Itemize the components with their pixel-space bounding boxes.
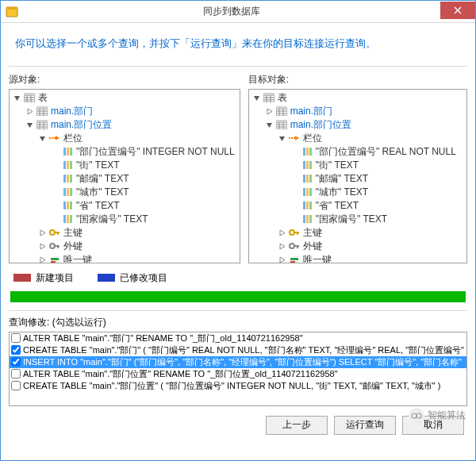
query-checkbox[interactable]: [11, 381, 21, 390]
svg-rect-80: [309, 175, 312, 182]
expander-icon[interactable]: [38, 134, 47, 143]
tree-node-label: 外键: [63, 240, 83, 253]
svg-rect-74: [309, 148, 312, 156]
tree-root-tables[interactable]: 表: [249, 91, 466, 105]
tree-node-label: main.部门位置: [51, 118, 112, 132]
legend-modified: 已修改项目: [98, 271, 167, 285]
spacer: [51, 202, 60, 210]
compare-panels: 源对象: 表main.部门main.部门位置栏位"部门位置编号" INTEGER…: [1, 67, 475, 268]
expander-icon[interactable]: [278, 134, 286, 143]
tree-node-label: "街" TEXT: [76, 159, 120, 172]
query-list[interactable]: ALTER TABLE "main"."部门" RENAME TO "_部门_o…: [9, 332, 467, 406]
expander-icon[interactable]: [38, 255, 47, 263]
tree-node-label: 主键: [63, 226, 83, 240]
tree-node-label: 主键: [303, 226, 322, 240]
query-checkbox[interactable]: [11, 369, 21, 378]
tree-column[interactable]: "省" TEXT: [249, 199, 466, 213]
tree-primary-key[interactable]: 主键: [249, 226, 466, 240]
svg-rect-39: [63, 215, 66, 223]
cancel-button[interactable]: 取消: [402, 416, 464, 435]
footer: 上一步 运行查询 取消 智能算法: [1, 408, 475, 438]
expander-icon[interactable]: [265, 121, 274, 129]
tree-column[interactable]: "省" TEXT: [10, 199, 240, 213]
svg-rect-73: [306, 148, 309, 156]
target-tree[interactable]: 表main.部门main.部门位置栏位"部门位置编号" REAL NOT NUL…: [248, 89, 467, 263]
tree-column-icon: [301, 173, 313, 184]
tree-column[interactable]: "城市" TEXT: [10, 186, 240, 199]
tree-table[interactable]: main.部门位置: [10, 118, 240, 132]
query-text: CREATE TABLE "main"."部门" ( "部门编号" REAL N…: [23, 344, 467, 356]
tree-column[interactable]: "国家编号" TEXT: [249, 213, 466, 226]
tree-unique-key[interactable]: 唯一键: [10, 253, 240, 263]
tree-table-icon: [36, 119, 48, 130]
svg-rect-70: [276, 120, 287, 122]
tree-columns-header[interactable]: 栏位: [249, 132, 466, 145]
tree-column-icon: [301, 186, 313, 198]
spacer: [51, 215, 60, 224]
svg-rect-81: [303, 188, 305, 196]
prev-button[interactable]: 上一步: [266, 416, 328, 435]
query-row[interactable]: ALTER TABLE "main"."部门位置" RENAME TO "_部门…: [10, 368, 466, 380]
expander-icon[interactable]: [278, 242, 286, 251]
tree-column[interactable]: "城市" TEXT: [249, 186, 466, 199]
query-row[interactable]: CREATE TABLE "main"."部门位置" ( "部门位置编号" IN…: [10, 380, 466, 392]
query-checkbox[interactable]: [11, 333, 21, 343]
tree-node-label: "省" TEXT: [76, 199, 120, 213]
target-label: 目标对象:: [248, 73, 467, 86]
expander-icon[interactable]: [25, 121, 34, 129]
svg-rect-83: [309, 188, 312, 196]
query-checkbox[interactable]: [11, 357, 21, 367]
expander-icon[interactable]: [278, 229, 286, 237]
expander-icon[interactable]: [278, 255, 286, 263]
tree-primary-key-icon: [288, 227, 301, 238]
tree-foreign-key[interactable]: 外键: [249, 240, 466, 253]
query-label: 查询修改: (勾选以运行): [9, 316, 467, 329]
svg-rect-37: [67, 202, 69, 209]
tree-unique-key[interactable]: 唯一键: [249, 253, 466, 263]
svg-rect-86: [309, 202, 312, 209]
tree-column[interactable]: "国家编号" TEXT: [10, 213, 240, 226]
svg-rect-78: [303, 175, 305, 182]
svg-rect-32: [70, 175, 72, 182]
tree-table[interactable]: main.部门: [249, 105, 466, 118]
close-button[interactable]: [440, 2, 475, 19]
tree-column[interactable]: "街" TEXT: [10, 159, 240, 172]
query-row[interactable]: ALTER TABLE "main"."部门" RENAME TO "_部门_o…: [10, 332, 466, 344]
query-row[interactable]: CREATE TABLE "main"."部门" ( "部门编号" REAL N…: [10, 344, 466, 356]
query-section: 查询修改: (勾选以运行) ALTER TABLE "main"."部门" RE…: [1, 311, 475, 408]
tree-columns-header-icon: [288, 133, 301, 144]
svg-rect-35: [70, 188, 72, 196]
tree-unique-key-icon: [288, 254, 301, 263]
source-tree[interactable]: 表main.部门main.部门位置栏位"部门位置编号" INTEGER NOT …: [9, 89, 240, 263]
expander-icon[interactable]: [38, 242, 47, 251]
svg-rect-41: [70, 215, 72, 223]
tree-table[interactable]: main.部门位置: [249, 118, 466, 132]
tree-column[interactable]: "邮编" TEXT: [10, 172, 240, 186]
svg-rect-84: [303, 202, 305, 209]
expander-icon[interactable]: [25, 107, 34, 116]
tree-column[interactable]: "部门位置编号" REAL NOT NULL: [249, 145, 466, 159]
tree-column-icon: [301, 213, 313, 225]
tree-node-label: 唯一键: [63, 253, 92, 263]
tree-columns-header[interactable]: 栏位: [10, 132, 240, 145]
tree-node-label: 表: [38, 91, 48, 105]
tree-foreign-key[interactable]: 外键: [10, 240, 240, 253]
tree-column[interactable]: "邮编" TEXT: [249, 172, 466, 186]
tree-node-label: "邮编" TEXT: [316, 172, 369, 186]
tree-column[interactable]: "部门位置编号" INTEGER NOT NULL: [10, 145, 240, 159]
tree-column[interactable]: "街" TEXT: [249, 159, 466, 172]
svg-rect-87: [303, 215, 305, 223]
run-button[interactable]: 运行查询: [334, 416, 396, 435]
tree-column-icon: [61, 213, 74, 225]
tree-primary-key[interactable]: 主键: [10, 226, 240, 240]
query-row[interactable]: INSERT INTO "main"."部门" ("部门编号", "部门名称",…: [10, 356, 466, 368]
tree-table[interactable]: main.部门: [10, 105, 240, 118]
expander-icon[interactable]: [13, 94, 21, 102]
tree-root-tables[interactable]: 表: [10, 91, 240, 105]
expander-icon[interactable]: [265, 107, 274, 116]
query-checkbox[interactable]: [11, 345, 21, 355]
expander-icon[interactable]: [252, 94, 261, 102]
expander-icon[interactable]: [38, 229, 47, 237]
tree-node-label: main.部门位置: [290, 118, 351, 132]
instruction-text: 你可以选择一个或多个查询，并按下「运行查询」来在你的目标连接运行查询。: [1, 23, 475, 66]
